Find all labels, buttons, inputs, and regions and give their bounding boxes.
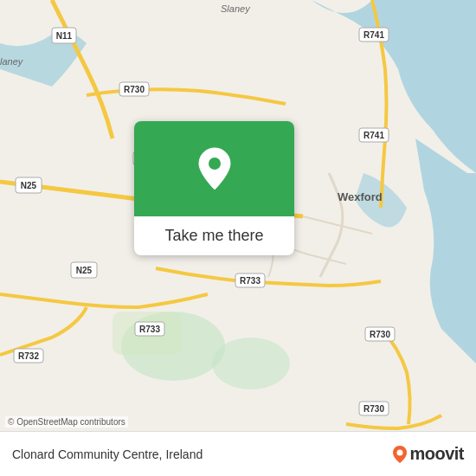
svg-text:R730: R730 bbox=[124, 85, 145, 94]
svg-text:Slaney: Slaney bbox=[221, 3, 251, 14]
take-me-there-card[interactable]: Take me there bbox=[134, 121, 294, 255]
svg-text:R733: R733 bbox=[139, 325, 160, 334]
map-container: N11 R730 R741 R741 N25 R769 N25 R733 R73… bbox=[0, 0, 476, 476]
svg-text:laney: laney bbox=[0, 56, 24, 67]
svg-point-30 bbox=[209, 158, 221, 170]
svg-point-1 bbox=[212, 338, 290, 389]
svg-text:N25: N25 bbox=[21, 181, 37, 190]
svg-point-31 bbox=[397, 449, 403, 455]
attribution-text: © OpenStreetMap contributors bbox=[8, 417, 125, 427]
card-button-area[interactable]: Take me there bbox=[134, 216, 294, 255]
moovit-text: moovit bbox=[409, 444, 464, 464]
take-me-there-label: Take me there bbox=[164, 227, 263, 244]
osm-attribution: © OpenStreetMap contributors bbox=[5, 416, 128, 428]
svg-text:R730: R730 bbox=[370, 330, 390, 339]
location-label: Clonard Community Centre, Ireland bbox=[12, 447, 203, 461]
moovit-pin-icon bbox=[392, 445, 408, 464]
svg-text:Wexford: Wexford bbox=[338, 190, 383, 203]
location-pin-icon bbox=[196, 146, 234, 191]
svg-text:R733: R733 bbox=[240, 276, 261, 286]
moovit-logo: moovit bbox=[392, 444, 464, 464]
svg-text:R730: R730 bbox=[363, 404, 384, 414]
svg-text:N25: N25 bbox=[76, 266, 93, 275]
svg-text:R741: R741 bbox=[363, 30, 384, 40]
svg-text:N11: N11 bbox=[56, 31, 73, 41]
card-green-area bbox=[134, 121, 294, 216]
svg-text:R732: R732 bbox=[18, 351, 39, 361]
svg-text:R741: R741 bbox=[363, 131, 384, 140]
bottom-bar: Clonard Community Centre, Ireland moovit bbox=[0, 431, 476, 476]
